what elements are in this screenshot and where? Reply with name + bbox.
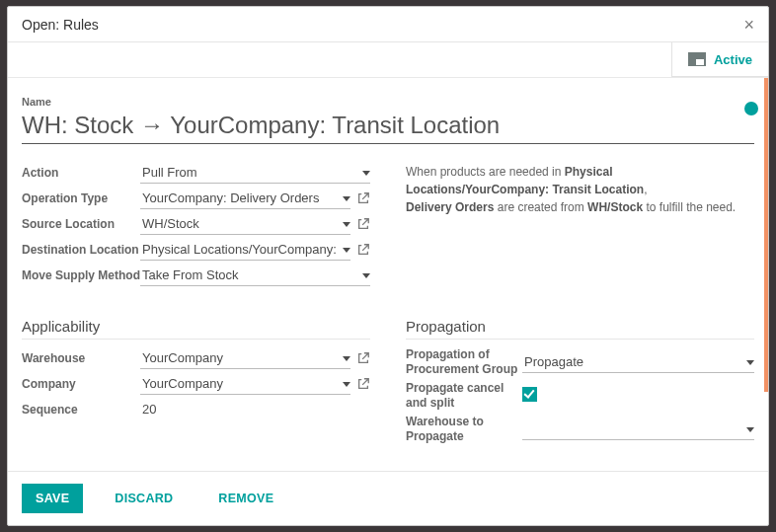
name-label: Name [22, 96, 754, 108]
warehouse-label: Warehouse [22, 345, 140, 371]
destination-location-label: Destination Location [22, 237, 140, 263]
operation-type-select[interactable] [140, 188, 370, 209]
action-select[interactable] [140, 162, 370, 184]
external-link-icon[interactable] [356, 351, 370, 365]
sequence-input[interactable] [140, 399, 199, 419]
close-icon[interactable]: × [743, 16, 754, 34]
save-button[interactable]: SAVE [22, 484, 83, 513]
move-supply-select[interactable] [140, 265, 370, 286]
warehouse-to-propagate-value[interactable] [522, 418, 754, 440]
discard-button[interactable]: DISCARD [101, 484, 187, 513]
move-supply-value[interactable] [140, 265, 370, 286]
propagate-cancel-label: Propagate cancel and split [406, 379, 522, 413]
move-supply-label: Move Supply Method [22, 263, 140, 288]
company-label: Company [22, 371, 140, 397]
rule-description: When products are needed in Physical Loc… [406, 160, 754, 288]
warehouse-to-propagate-label: Warehouse to Propagate [406, 413, 522, 446]
external-link-icon[interactable] [356, 191, 370, 205]
propagation-group-label: Propagation of Procurement Group [406, 345, 522, 379]
warehouse-value[interactable] [140, 347, 350, 369]
propagate-cancel-checkbox[interactable] [522, 387, 537, 402]
warehouse-to-propagate-select[interactable] [522, 418, 754, 440]
action-label: Action [22, 160, 140, 186]
remove-button[interactable]: REMOVE [204, 484, 287, 513]
operation-type-value[interactable] [140, 188, 350, 209]
applicability-title: Applicability [22, 318, 370, 340]
translate-icon[interactable] [744, 102, 758, 115]
statusbar: Active [8, 42, 768, 78]
modal-rules: Open: Rules × Active Name Action [7, 6, 769, 526]
external-link-icon[interactable] [356, 377, 370, 391]
active-toggle[interactable]: Active [671, 42, 768, 77]
warehouse-select[interactable] [140, 347, 370, 369]
source-location-value[interactable] [140, 213, 350, 235]
propagation-title: Propagation [406, 318, 754, 340]
destination-location-value[interactable] [140, 239, 350, 261]
propagation-group-value[interactable] [522, 351, 754, 373]
destination-location-select[interactable] [140, 239, 370, 261]
modal-body: Active Name Action [8, 42, 768, 471]
name-input[interactable] [22, 110, 754, 144]
sequence-label: Sequence [22, 397, 140, 421]
external-link-icon[interactable] [356, 217, 370, 231]
modal-title: Open: Rules [22, 17, 99, 33]
external-link-icon[interactable] [356, 243, 370, 257]
company-value[interactable] [140, 373, 350, 395]
source-location-select[interactable] [140, 213, 370, 235]
modal-footer: SAVE DISCARD REMOVE [8, 471, 768, 525]
source-location-label: Source Location [22, 211, 140, 237]
action-value[interactable] [140, 162, 370, 184]
propagation-group-select[interactable] [522, 351, 754, 373]
active-label: Active [714, 52, 752, 67]
modal-header: Open: Rules × [8, 7, 768, 42]
operation-type-label: Operation Type [22, 186, 140, 211]
company-select[interactable] [140, 373, 370, 395]
archive-icon [688, 52, 706, 66]
